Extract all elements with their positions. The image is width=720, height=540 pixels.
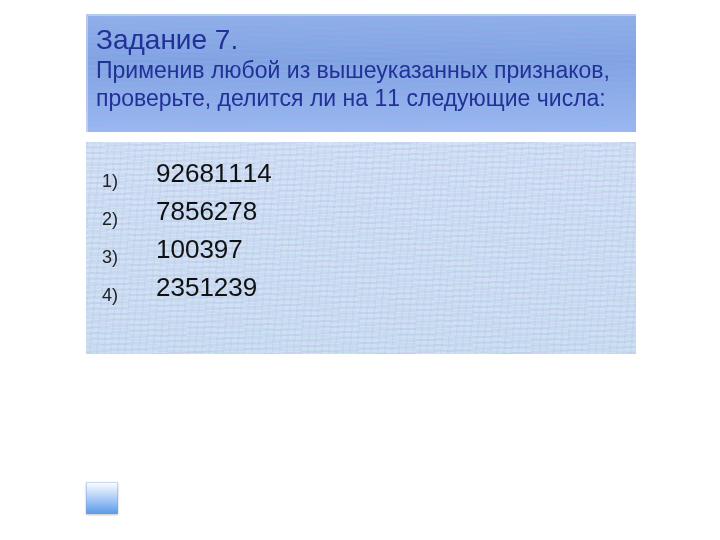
task-subtitle-line2: проверьте, делится ли на 11 следующие чи… xyxy=(96,84,630,112)
list-item: 2351239 xyxy=(156,268,636,306)
footer-decoration-icon xyxy=(86,482,118,514)
number-list: 92681114 7856278 100397 2351239 xyxy=(86,142,636,306)
list-value: 100397 xyxy=(156,234,243,264)
list-value: 7856278 xyxy=(156,196,257,226)
list-value: 2351239 xyxy=(156,272,257,302)
list-value: 92681114 xyxy=(156,158,272,188)
slide: Задание 7. Применив любой из вышеуказанн… xyxy=(0,0,720,540)
header-band: Задание 7. Применив любой из вышеуказанн… xyxy=(86,14,636,132)
list-item: 7856278 xyxy=(156,192,636,230)
content-band: 92681114 7856278 100397 2351239 xyxy=(86,142,636,354)
task-subtitle-line1: Применив любой из вышеуказанных признако… xyxy=(96,56,630,84)
task-title: Задание 7. xyxy=(96,24,238,55)
list-item: 92681114 xyxy=(156,154,636,192)
header-text: Задание 7. Применив любой из вышеуказанн… xyxy=(86,14,636,112)
list-item: 100397 xyxy=(156,230,636,268)
